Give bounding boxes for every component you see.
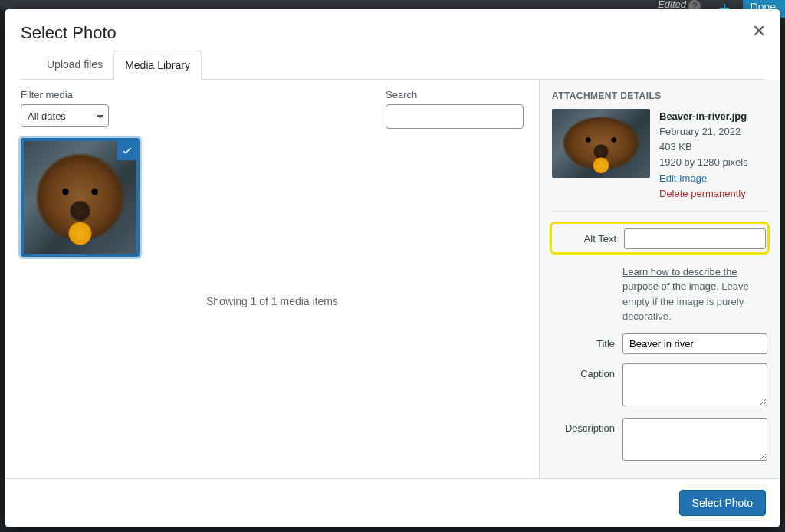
caption-row: Caption bbox=[552, 363, 767, 409]
tabs: Upload files Media Library bbox=[21, 51, 764, 80]
attachment-preview bbox=[552, 109, 650, 178]
attachment-size: 403 KB bbox=[659, 140, 748, 155]
search-label: Search bbox=[386, 89, 524, 100]
tab-upload-files[interactable]: Upload files bbox=[36, 51, 113, 79]
description-row: Description bbox=[552, 418, 767, 463]
delete-permanently-link[interactable]: Delete permanently bbox=[659, 188, 746, 199]
description-label: Description bbox=[552, 418, 622, 434]
description-input[interactable] bbox=[622, 418, 767, 461]
attachment-details-heading: ATTACHMENT DETAILS bbox=[552, 90, 767, 101]
main-panel: Filter media All dates Search bbox=[5, 80, 539, 478]
alt-text-row: Alt Text bbox=[553, 228, 766, 249]
attachment-dimensions: 1920 by 1280 pixels bbox=[659, 155, 748, 170]
attachment-filename: Beaver-in-river.jpg bbox=[659, 109, 748, 124]
media-thumbnail-selected[interactable] bbox=[21, 138, 140, 257]
attachment-header: Beaver-in-river.jpg February 21, 2022 40… bbox=[552, 109, 767, 212]
alt-text-highlight: Alt Text bbox=[552, 224, 767, 252]
edit-image-link[interactable]: Edit Image bbox=[659, 172, 707, 184]
modal-body: Filter media All dates Search bbox=[5, 80, 780, 478]
search-group: Search bbox=[386, 89, 524, 129]
search-input[interactable] bbox=[386, 104, 524, 129]
alt-text-hint: Learn how to describe the purpose of the… bbox=[622, 264, 767, 324]
title-label: Title bbox=[552, 333, 622, 350]
attachment-details-panel: ATTACHMENT DETAILS Beaver-in-river.jpg F… bbox=[539, 80, 780, 478]
alt-text-hint-row: Learn how to describe the purpose of the… bbox=[552, 260, 767, 324]
selected-check-badge[interactable] bbox=[117, 140, 137, 160]
close-icon[interactable]: ✕ bbox=[752, 23, 766, 40]
modal-header: Select Photo ✕ Upload files Media Librar… bbox=[5, 9, 780, 80]
attachment-preview-image bbox=[552, 109, 650, 178]
attachment-meta: Beaver-in-river.jpg February 21, 2022 40… bbox=[659, 109, 748, 202]
tab-media-library[interactable]: Media Library bbox=[113, 51, 202, 80]
media-gallery bbox=[5, 133, 539, 264]
modal-title: Select Photo bbox=[21, 23, 764, 43]
toolbar: Filter media All dates Search bbox=[5, 80, 539, 133]
check-icon bbox=[121, 144, 133, 156]
modal-footer: Select Photo bbox=[5, 478, 780, 527]
filter-media-group: Filter media All dates bbox=[21, 89, 109, 129]
title-input[interactable] bbox=[622, 333, 767, 354]
gallery-status: Showing 1 of 1 media items bbox=[5, 295, 539, 307]
alt-text-label: Alt Text bbox=[553, 228, 624, 245]
caption-label: Caption bbox=[552, 363, 622, 379]
caption-input[interactable] bbox=[622, 363, 767, 406]
alt-text-input[interactable] bbox=[624, 228, 766, 249]
media-modal: Select Photo ✕ Upload files Media Librar… bbox=[5, 9, 780, 527]
attachment-date: February 21, 2022 bbox=[659, 124, 748, 140]
select-photo-button[interactable]: Select Photo bbox=[679, 490, 766, 516]
title-row: Title bbox=[552, 333, 767, 354]
filter-media-label: Filter media bbox=[21, 89, 109, 100]
filter-dates-select[interactable]: All dates bbox=[21, 104, 109, 127]
